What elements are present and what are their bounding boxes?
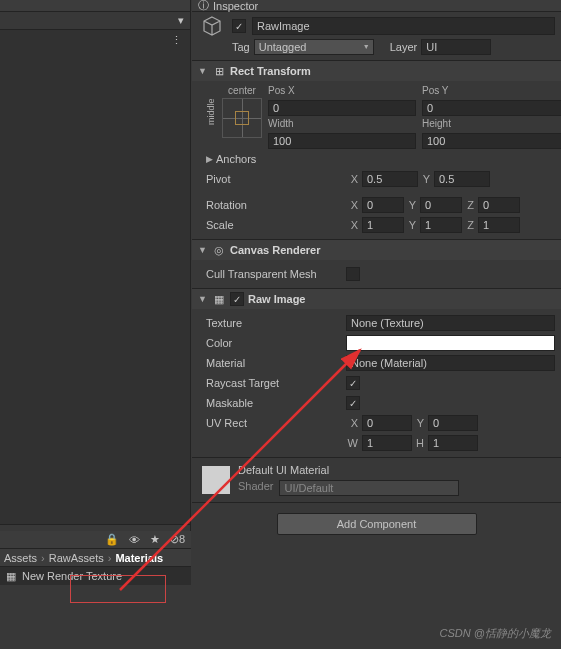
posx-field[interactable] [268,100,416,116]
raw-image-header[interactable]: ▼ ▦ Raw Image [192,289,561,309]
gameobject-icon[interactable] [198,12,226,40]
visibility-icon[interactable]: 👁 [129,534,140,546]
canvas-renderer-icon: ◎ [212,243,226,257]
dropdown-icon[interactable]: ▾ [178,14,184,27]
gameobject-name-field[interactable] [252,17,555,35]
uv-x-field[interactable] [362,415,412,431]
material-field[interactable]: None (Material) [346,355,555,371]
hierarchy-empty-area: ⋮ [0,30,190,525]
add-component-button[interactable]: Add Component [277,513,477,535]
uv-y-field[interactable] [428,415,478,431]
width-label: Width [268,118,416,131]
maskable-checkbox[interactable] [346,396,360,410]
breadcrumb-item[interactable]: RawAssets [49,552,104,564]
texture-label: Texture [206,317,346,329]
scale-x-field[interactable] [362,217,404,233]
foldout-icon: ▼ [198,245,208,255]
color-field[interactable] [346,335,555,351]
material-name: Default UI Material [238,464,459,476]
width-field[interactable] [268,133,416,149]
posy-label: Pos Y [422,85,561,98]
anchor-horiz-label: center [222,85,262,96]
shader-label: Shader [238,480,273,496]
posy-field[interactable] [422,100,561,116]
posx-label: Pos X [268,85,416,98]
raw-image-icon: ▦ [212,292,226,306]
foldout-icon: ▼ [198,66,208,76]
pivot-y-field[interactable] [434,171,490,187]
cull-checkbox[interactable] [346,267,360,281]
watermark: CSDN @恬静的小魔龙 [440,626,551,641]
color-label: Color [206,337,346,349]
texture-field[interactable]: None (Texture) [346,315,555,331]
render-texture-icon: ▦ [4,569,18,583]
uv-h-field[interactable] [428,435,478,451]
material-preview-icon [202,466,230,494]
hierarchy-toolbar: ▾ [0,12,190,30]
rot-x-field[interactable] [362,197,404,213]
shader-dropdown[interactable]: UI/Default [279,480,459,496]
pivot-x-field[interactable] [362,171,418,187]
height-label: Height [422,118,561,131]
chevron-right-icon: › [41,552,45,564]
lock-icon[interactable]: 🔒 [105,533,119,546]
rotation-label: Rotation [206,199,346,211]
hidden-count: ⊘8 [170,533,185,546]
raycast-checkbox[interactable] [346,376,360,390]
anchors-label: Anchors [216,153,256,165]
menu-icon[interactable]: ⋮ [171,34,182,47]
cull-label: Cull Transparent Mesh [206,268,346,280]
project-toolbar: 🔒 👁 ★ ⊘8 [0,531,191,549]
annotation-drop-target [70,575,166,603]
breadcrumb-item[interactable]: Assets [4,552,37,564]
layer-label: Layer [390,41,418,53]
favorite-icon[interactable]: ★ [150,533,160,546]
foldout-icon: ▼ [198,294,208,304]
anchor-preset-button[interactable] [222,98,262,138]
scale-y-field[interactable] [420,217,462,233]
breadcrumb-item[interactable]: Materials [115,552,163,564]
material-label: Material [206,357,346,369]
active-checkbox[interactable] [232,19,246,33]
scale-z-field[interactable] [478,217,520,233]
anchor-vert-label: middle [206,85,216,125]
rect-transform-icon: ⊞ [212,64,226,78]
raycast-label: Raycast Target [206,377,346,389]
tag-dropdown[interactable]: Untagged [254,39,374,55]
tag-label: Tag [232,41,250,53]
maskable-label: Maskable [206,397,346,409]
default-material-row[interactable]: Default UI Material Shader UI/Default [192,458,561,502]
foldout-icon[interactable]: ▶ [206,154,216,164]
uvrect-label: UV Rect [206,417,346,429]
rect-transform-header[interactable]: ▼ ⊞ Rect Transform [192,61,561,81]
breadcrumb: Assets › RawAssets › Materials [0,549,191,567]
layer-dropdown[interactable]: UI [421,39,491,55]
hierarchy-header [0,0,190,12]
inspector-tab[interactable]: ⓘ Inspector [192,0,561,12]
height-field[interactable] [422,133,561,149]
uv-w-field[interactable] [362,435,412,451]
raw-image-enabled-checkbox[interactable] [230,292,244,306]
pivot-label: Pivot [206,173,346,185]
scale-label: Scale [206,219,346,231]
canvas-renderer-header[interactable]: ▼ ◎ Canvas Renderer [192,240,561,260]
rot-z-field[interactable] [478,197,520,213]
chevron-right-icon: › [108,552,112,564]
rot-y-field[interactable] [420,197,462,213]
